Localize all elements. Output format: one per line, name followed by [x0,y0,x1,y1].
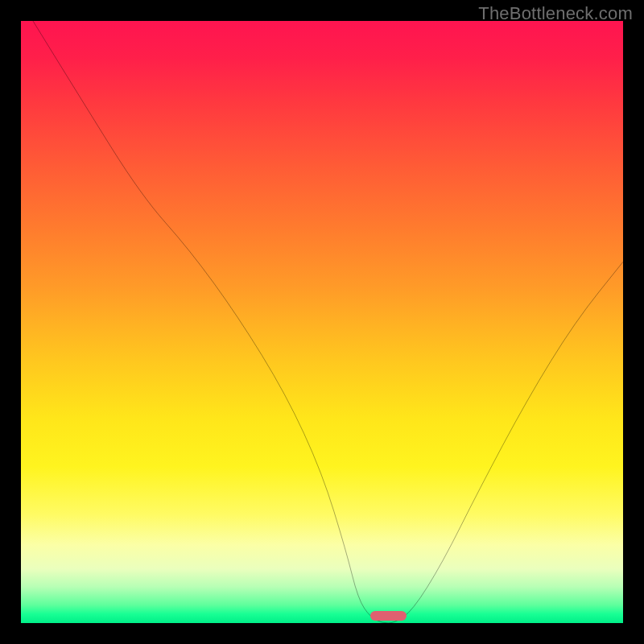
plot-area [21,21,623,623]
curve-path [33,21,623,623]
bottleneck-marker [370,611,407,621]
watermark-text: TheBottleneck.com [478,3,633,24]
chart-frame: TheBottleneck.com [0,0,644,644]
bottleneck-curve [21,21,623,623]
